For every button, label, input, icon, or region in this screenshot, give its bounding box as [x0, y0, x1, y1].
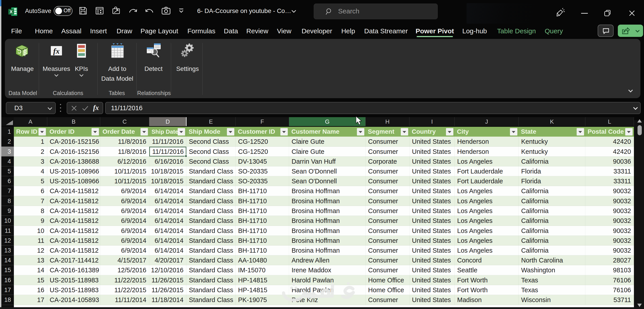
svg-text:fx: fx [53, 47, 60, 55]
svg-text:X: X [10, 9, 12, 14]
